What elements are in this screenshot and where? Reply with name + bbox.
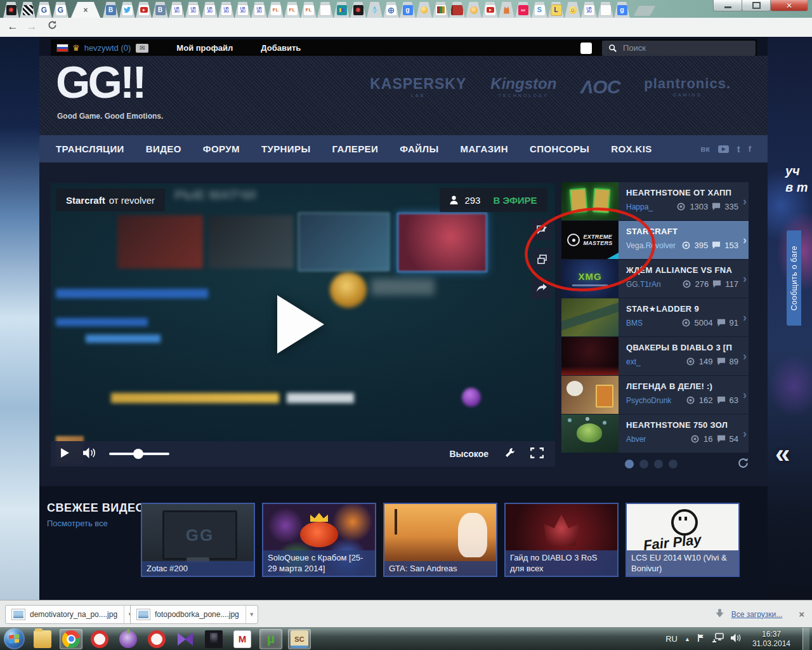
forward-button[interactable]: → <box>24 20 39 33</box>
taskbar-pdf-master-button[interactable]: M <box>231 629 254 649</box>
taskbar-utorrent-button[interactable]: µ <box>259 629 282 649</box>
gg-logo[interactable]: GG!! <box>56 57 145 108</box>
back-button[interactable]: ← <box>5 20 20 33</box>
stream-author-link[interactable]: Happa_ <box>626 202 653 211</box>
download-file-button[interactable]: demotivatory_na_po....jpg▼ <box>5 605 136 624</box>
browser-tab[interactable]: LIB.RU <box>579 2 599 18</box>
video-card[interactable]: SoloQueue с Крабом [25-29 марта 2014] <box>262 503 376 577</box>
network-icon[interactable] <box>712 633 724 645</box>
browser-tab[interactable]: LIB.RU <box>183 2 203 18</box>
stream-row[interactable]: QВАКЕРЫ В DIABLO 3 [Пext_14989› <box>561 337 749 375</box>
taskbar-chrome-button[interactable] <box>60 629 82 649</box>
stream-row[interactable]: XMGЖДЁМ ALLIANCE VS FNAGG.T1rAn276117› <box>561 260 749 298</box>
start-button[interactable] <box>4 628 25 649</box>
browser-tab[interactable]: g <box>612 2 632 18</box>
sponsor-kaspersky[interactable]: KASPERSKY LAB <box>370 77 466 98</box>
stream-row[interactable]: EXTREMEMASTERSSTARCRAFTVega.Revolver3951… <box>561 221 749 259</box>
browser-tab[interactable]: LIB.RU <box>167 2 187 18</box>
volume-knob[interactable] <box>133 449 143 459</box>
browser-tab[interactable] <box>447 2 467 18</box>
close-button[interactable]: ✕ <box>770 0 808 11</box>
video-card[interactable]: GGZotac #200 <box>141 503 255 577</box>
site-search[interactable] <box>602 41 756 56</box>
stream-row[interactable]: HEARTHSTONE ОТ ХАППHappa_1303335› <box>561 182 749 220</box>
browser-tab[interactable]: B <box>150 2 170 18</box>
nav-item-форум[interactable]: ФОРУМ <box>203 143 240 154</box>
topbar-toggle[interactable] <box>580 43 592 54</box>
action-center-flag-icon[interactable] <box>697 633 705 645</box>
tab-close-icon[interactable]: × <box>83 6 88 15</box>
pagination-dot[interactable] <box>654 460 663 468</box>
taskbar-tor-button[interactable] <box>117 629 140 649</box>
volume-slider[interactable] <box>109 453 169 455</box>
video-card[interactable]: Fair PlayLCS EU 2014 W10 (Vivi & Bonivur… <box>625 503 740 577</box>
play-button[interactable] <box>61 448 69 460</box>
video-player[interactable]: РЫЕ МАТЧИ Starcraft от revolver 293 В ЭФ… <box>51 183 555 467</box>
tray-expand-icon[interactable]: ▲ <box>684 636 690 642</box>
taskbar-kmplayer-button[interactable] <box>174 629 197 649</box>
browser-tab[interactable]: LIB.RU <box>216 2 236 18</box>
chevron-right-icon[interactable]: › <box>743 311 747 324</box>
reload-button[interactable] <box>44 20 60 33</box>
browser-tab[interactable] <box>117 2 137 18</box>
play-overlay-button[interactable] <box>277 295 324 354</box>
download-dropdown-icon[interactable]: ▼ <box>246 606 258 623</box>
maximize-button[interactable] <box>742 0 771 11</box>
stream-row[interactable]: ЛЕГЕНДА В ДЕЛЕ! :)PsychoDrunk16263› <box>561 376 749 414</box>
browser-tab[interactable] <box>348 2 368 18</box>
facebook-icon[interactable]: f <box>749 144 751 154</box>
report-bug-button[interactable]: Сообщить о баге <box>787 230 801 326</box>
mail-icon[interactable]: ✉ <box>136 44 148 53</box>
browser-tab[interactable]: G <box>34 2 54 18</box>
taskbar-scourge-button[interactable]: SC <box>288 629 311 649</box>
taskbar-opera-button[interactable] <box>88 629 111 649</box>
browser-tab[interactable]: LIB.RU <box>233 2 252 18</box>
view-all-link[interactable]: Посмотреть все <box>47 519 108 528</box>
taskbar-opera-button[interactable] <box>145 629 168 649</box>
stream-row[interactable]: STAR★LADDER 9BMS500491› <box>561 298 749 336</box>
settings-button[interactable] <box>505 448 515 460</box>
browser-tab[interactable]: L <box>546 2 566 18</box>
theater-mode-button[interactable] <box>531 248 553 270</box>
browser-tab[interactable] <box>464 2 483 18</box>
browser-tab[interactable]: FL <box>266 2 285 18</box>
downloads-close-icon[interactable]: × <box>799 609 804 620</box>
chevron-right-icon[interactable]: › <box>743 195 747 208</box>
pagination-dot[interactable] <box>639 460 648 468</box>
browser-tab[interactable] <box>414 2 434 18</box>
taskbar-game-dark-button[interactable] <box>202 629 225 649</box>
chevron-right-icon[interactable]: › <box>743 350 747 363</box>
browser-tab[interactable] <box>1 2 21 18</box>
chat-button[interactable] <box>531 219 553 241</box>
youtube-icon[interactable] <box>718 145 729 153</box>
browser-tab[interactable]: ⊕ <box>381 2 401 18</box>
stream-author-link[interactable]: Abver <box>626 435 646 444</box>
stream-author-link[interactable]: Vega.Revolver <box>626 241 676 250</box>
browser-tab[interactable]: FL <box>299 2 318 18</box>
sponsor-kingston[interactable]: Kingston TECHNOLOGY <box>490 76 556 98</box>
browser-tab[interactable]: S <box>530 2 549 18</box>
chevron-right-icon[interactable]: › <box>743 272 747 286</box>
browser-tab[interactable] <box>596 2 615 18</box>
browser-tab[interactable]: ivi <box>513 2 533 18</box>
sponsor-plantronics[interactable]: plantronics. GAMING <box>644 77 731 97</box>
browser-tab[interactable] <box>365 2 384 18</box>
language-indicator[interactable]: RU <box>665 634 678 644</box>
browser-tab[interactable] <box>480 2 500 18</box>
search-input[interactable] <box>622 43 738 53</box>
browser-tab[interactable] <box>497 2 516 18</box>
browser-tab[interactable]: g <box>398 2 417 18</box>
stream-author-link[interactable]: ext_ <box>626 357 641 366</box>
chevron-right-icon[interactable]: › <box>743 234 747 247</box>
vk-icon[interactable]: вк <box>700 144 710 154</box>
new-tab-button[interactable] <box>634 6 656 16</box>
nav-item-файлы[interactable]: ФАЙЛЫ <box>400 143 438 154</box>
video-card[interactable]: Гайд по DIABLO 3 RoS для всех <box>504 503 619 577</box>
clock[interactable]: 16:37 31.03.2014 <box>752 630 790 649</box>
browser-tab[interactable]: LIB.RU <box>249 2 269 18</box>
nav-item-спонсоры[interactable]: СПОНСОРЫ <box>530 143 589 154</box>
browser-tab[interactable]: × <box>67 2 104 18</box>
fullscreen-button[interactable] <box>530 448 544 461</box>
pagination-dot[interactable] <box>669 460 678 468</box>
browser-tab[interactable] <box>431 2 450 18</box>
